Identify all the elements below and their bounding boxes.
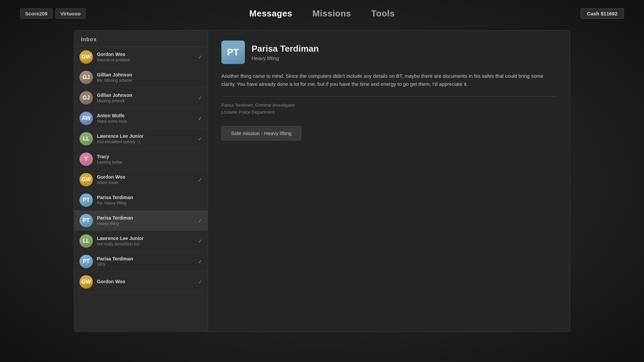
detail-avatar-image: PT: [221, 41, 245, 64]
cash-display: Cash $11692: [581, 8, 624, 19]
avatar-image: GJ: [79, 71, 93, 84]
top-bar: Score209 Virtuoso Messages Missions Tool…: [0, 0, 644, 27]
inbox-item-text: Lawrence Lee Juniornot really demolition…: [97, 236, 194, 246]
inbox-item-text: Parisa TerdimanGPS: [97, 256, 194, 267]
avatar: GJ: [79, 91, 93, 105]
inbox-list[interactable]: GWGordon WooInsurance problem✓GJGillian …: [74, 47, 208, 331]
avatar-image: PT: [79, 255, 93, 268]
avatar: AW: [79, 112, 93, 125]
detail-signature: Parisa Terdiman, Criminal Investigator L…: [221, 102, 556, 116]
avatar-image: LL: [79, 234, 93, 248]
inbox-item[interactable]: AWAnton WolfeNeed some tools✓: [74, 108, 208, 129]
avatar: PT: [79, 193, 93, 207]
check-icon: ✓: [198, 258, 202, 265]
inbox-item-name: Lawrence Lee Junior: [97, 236, 194, 241]
inbox-item-preview: Need some tools: [97, 119, 194, 124]
inbox-item-text: Gillian JohnsonRe: Missing artwork: [97, 72, 202, 83]
inbox-item-name: Parisa Terdiman: [97, 256, 194, 261]
avatar: T: [79, 153, 93, 166]
detail-header: PT Parisa Terdiman Heavy lifting: [221, 41, 556, 64]
inbox-item-preview: that escalated quickly :-(: [97, 139, 194, 144]
check-icon: ✓: [198, 136, 202, 142]
check-icon: ✓: [198, 54, 202, 60]
inbox-item-name: Gordon Woo: [97, 52, 194, 57]
avatar: LL: [79, 132, 93, 145]
avatar-image: GW: [79, 275, 93, 289]
inbox-item-name: Anton Wolfe: [97, 113, 194, 118]
avatar: GW: [79, 275, 93, 289]
detail-subject: Heavy lifting: [252, 55, 319, 61]
avatar: PT: [79, 214, 93, 227]
avatar: GJ: [79, 71, 93, 84]
main-nav: Messages Missions Tools: [249, 8, 394, 19]
inbox-item[interactable]: PTParisa TerdimanGPS✓: [74, 251, 208, 272]
inbox-item-preview: not really demolition but: [97, 242, 194, 246]
nav-tab-missions[interactable]: Missions: [313, 8, 351, 19]
inbox-item-name: Gordon Woo: [97, 174, 194, 180]
check-icon: ✓: [198, 95, 202, 101]
avatar-image: AW: [79, 112, 93, 125]
signature-line2: Löckelle Police Department: [221, 109, 556, 116]
detail-avatar: PT: [221, 41, 245, 64]
avatar: LL: [79, 234, 93, 248]
inbox-item[interactable]: LLLawrence Lee Juniornot really demoliti…: [74, 231, 208, 251]
inbox-item[interactable]: GWGordon WooWater tower✓: [74, 170, 208, 190]
detail-sender-name: Parisa Terdiman: [252, 44, 319, 54]
inbox-item-preview: GPS: [97, 262, 194, 267]
inbox-item-preview: Re: Heavy lifting: [97, 201, 202, 205]
check-icon: ✓: [198, 218, 202, 224]
avatar-image: LL: [79, 132, 93, 145]
inbox-item-preview: Looking better: [97, 160, 202, 165]
check-icon: ✓: [198, 177, 202, 183]
inbox-item[interactable]: PTParisa TerdimanRe: Heavy lifting: [74, 190, 208, 210]
inbox-item-preview: Missing artwork: [97, 99, 194, 103]
check-icon: ✓: [198, 279, 202, 285]
main-content: Inbox GWGordon WooInsurance problem✓GJGi…: [74, 30, 570, 332]
inbox-item-preview: Insurance problem: [97, 58, 194, 62]
signature-line1: Parisa Terdiman, Criminal Investigator: [221, 102, 556, 109]
inbox-item-text: TracyLooking better: [97, 154, 202, 165]
avatar-image: GJ: [79, 91, 93, 105]
rank-badge: Virtuoso: [55, 8, 86, 19]
inbox-item[interactable]: PTParisa TerdimanHeavy lifting✓: [74, 210, 208, 231]
inbox-item-text: Gordon WooInsurance problem: [97, 52, 194, 62]
check-icon: ✓: [198, 115, 202, 122]
nav-tab-tools[interactable]: Tools: [371, 8, 395, 19]
inbox-item-name: Tracy: [97, 154, 202, 159]
inbox-item-text: Gordon WooWater tower: [97, 174, 194, 185]
avatar-image: GW: [79, 50, 93, 64]
inbox-header: Inbox: [74, 31, 208, 47]
inbox-item-name: Gillian Johnson: [97, 72, 202, 77]
inbox-item[interactable]: GJGillian JohnsonRe: Missing artwork: [74, 67, 208, 88]
inbox-item-text: Anton WolfeNeed some tools: [97, 113, 194, 124]
avatar-image: PT: [79, 214, 93, 227]
avatar: GW: [79, 50, 93, 64]
inbox-item-text: Gillian JohnsonMissing artwork: [97, 93, 194, 103]
check-icon: ✓: [198, 238, 202, 244]
inbox-item-preview: Heavy lifting: [97, 221, 194, 226]
inbox-item-name: Lawrence Lee Junior: [97, 133, 194, 139]
inbox-item[interactable]: GJGillian JohnsonMissing artwork✓: [74, 88, 208, 108]
inbox-item-text: Parisa TerdimanRe: Heavy lifting: [97, 195, 202, 205]
detail-title-block: Parisa Terdiman Heavy lifting: [252, 44, 319, 61]
score-area: Score209 Virtuoso: [20, 8, 86, 19]
inbox-item-name: Parisa Terdiman: [97, 215, 194, 221]
mission-button[interactable]: Side mission - Heavy lifting: [221, 126, 301, 140]
inbox-item[interactable]: TTracyLooking better: [74, 149, 208, 170]
inbox-item-text: Parisa TerdimanHeavy lifting: [97, 215, 194, 226]
inbox-panel: Inbox GWGordon WooInsurance problem✓GJGi…: [74, 30, 208, 332]
inbox-item-text: Gordon Woo: [97, 279, 194, 285]
inbox-item[interactable]: GWGordon WooInsurance problem✓: [74, 47, 208, 67]
inbox-item[interactable]: GWGordon Woo✓: [74, 272, 208, 292]
avatar: PT: [79, 255, 93, 268]
inbox-item[interactable]: LLLawrence Lee Juniorthat escalated quic…: [74, 129, 208, 149]
avatar-image: T: [79, 153, 93, 166]
avatar-image: GW: [79, 173, 93, 186]
detail-body: Another thing came to mind. Since the co…: [221, 72, 556, 88]
inbox-item-text: Lawrence Lee Juniorthat escalated quickl…: [97, 133, 194, 144]
inbox-item-preview: Re: Missing artwork: [97, 78, 202, 83]
inbox-item-name: Gordon Woo: [97, 279, 194, 284]
nav-tab-messages[interactable]: Messages: [249, 8, 292, 19]
inbox-item-name: Parisa Terdiman: [97, 195, 202, 200]
inbox-item-preview: Water tower: [97, 180, 194, 185]
